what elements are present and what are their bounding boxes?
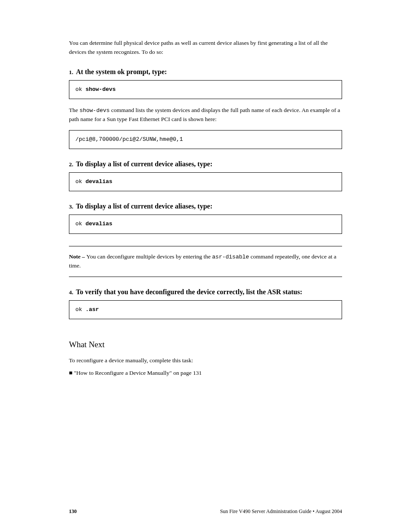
step-2-line: 2.To display a list of current device al…	[69, 160, 342, 168]
code1-prompt: ok	[75, 86, 85, 93]
bullet-text: "How to Reconfigure a Device Manually" o…	[74, 370, 202, 376]
code-box-4: ok devalias	[69, 215, 342, 233]
code5-prompt: ok	[75, 306, 85, 313]
step-4-line: 4.To verify that you have deconfigured t…	[69, 288, 342, 296]
page-container: You can determine full physical device p…	[0, 0, 411, 532]
code4-cmd: devalias	[85, 221, 112, 227]
step-1-text: At the system ok prompt, type:	[76, 68, 167, 75]
what-next-heading: What Next	[69, 340, 342, 349]
code5-cmd: .asr	[85, 306, 99, 313]
note-inline-code: asr-disable	[212, 254, 249, 260]
code3-cmd: devalias	[85, 178, 112, 185]
intro-paragraph: You can determine full physical device p…	[69, 39, 342, 57]
note-block: Note – You can deconfigure multiple devi…	[69, 246, 342, 277]
bullet-icon: ■	[69, 370, 74, 376]
note-label: Note –	[69, 253, 87, 260]
step-4-text: To verify that you have deconfigured the…	[76, 288, 302, 296]
step-1-number: 1.	[69, 69, 73, 75]
code-box-1: ok show-devs	[69, 80, 342, 99]
code4-prompt: ok	[75, 221, 85, 227]
code-box-5: ok .asr	[69, 300, 342, 319]
para2-a: The	[69, 107, 79, 113]
code1-cmd: show-devs	[85, 86, 115, 93]
note-body-a: You can deconfigure multiple devices by …	[87, 253, 212, 260]
code3-prompt: ok	[75, 178, 85, 185]
what-next-body: To reconfigure a device manually, comple…	[69, 356, 342, 365]
paragraph-2: The show-devs command lists the system d…	[69, 106, 342, 124]
bullet-line: ■ "How to Reconfigure a Device Manually"…	[69, 369, 342, 378]
page-footer: 130 Sun Fire V490 Server Administration …	[69, 508, 342, 515]
step-4-number: 4.	[69, 289, 73, 296]
step-1-line: 1.At the system ok prompt, type:	[69, 68, 342, 76]
step-3-line: 3.To display a list of current device al…	[69, 202, 342, 210]
code-box-3: ok devalias	[69, 172, 342, 191]
footer-doc-title: Sun Fire V490 Server Administration Guid…	[220, 508, 342, 515]
code-box-2: /pci@8,700000/pci@2/SUNW,hme@0,1	[69, 130, 342, 149]
para2-inline-code: show-devs	[79, 107, 109, 114]
step-2-text: To display a list of current device alia…	[76, 160, 212, 168]
para2-c: command lists the system devices and dis…	[69, 107, 340, 122]
footer-page-number: 130	[69, 508, 77, 515]
step-3-number: 3.	[69, 203, 73, 210]
step-2-number: 2.	[69, 161, 73, 168]
step-3-text: To display a list of current device alia…	[76, 202, 212, 210]
